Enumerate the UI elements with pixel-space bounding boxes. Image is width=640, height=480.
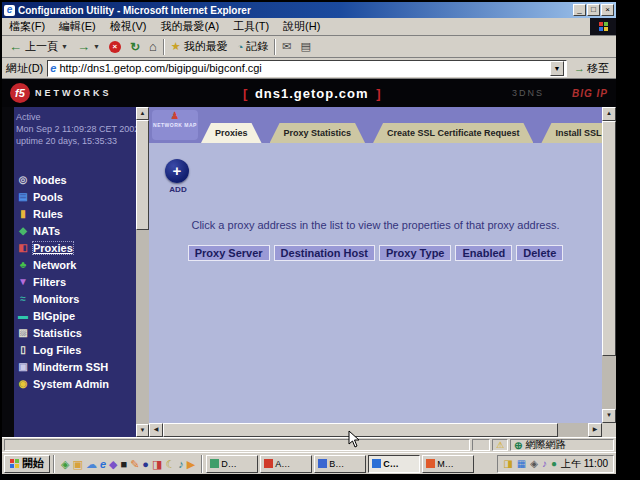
content-vscroll-thumb[interactable] [602, 121, 616, 356]
sidebar-scroll-thumb[interactable] [136, 120, 149, 230]
col-destination-host[interactable]: Destination Host [274, 245, 375, 261]
restore-button[interactable]: □ [587, 4, 600, 16]
menu-view[interactable]: 檢視(V) [103, 19, 154, 34]
scroll-left-icon[interactable]: ◀ [149, 423, 163, 437]
warning-icon: ⚠ [496, 440, 504, 450]
quick-launch-icon[interactable]: ♪ [178, 456, 184, 472]
quick-launch-icon[interactable]: ■ [120, 456, 127, 472]
stop-button[interactable]: × [106, 40, 124, 54]
print-button[interactable]: ▤ [298, 39, 314, 54]
sidebar-item-nats[interactable]: ◆ NATs [16, 222, 136, 239]
content-horizontal-scrollbar[interactable]: ◀ ▶ [149, 423, 602, 437]
mail-button[interactable]: ✉ [279, 39, 294, 54]
sidebar-item-log-files[interactable]: ▯ Log Files [16, 341, 136, 358]
quick-launch-icon[interactable]: ☁ [86, 456, 97, 472]
product-3dns-label: 3DNS [512, 88, 544, 98]
sidebar-item-nodes[interactable]: ◎ Nodes [16, 171, 136, 188]
task-window-button-active[interactable]: C… [368, 455, 420, 473]
menu-favorites[interactable]: 我的最愛(A) [153, 19, 226, 34]
sidebar-item-mindterm-ssh[interactable]: ▣ Mindterm SSH [16, 358, 136, 375]
quick-launch-icon[interactable]: ◈ [61, 456, 69, 472]
sidebar-item-network[interactable]: ♣ Network [16, 256, 136, 273]
sidebar-item-pools[interactable]: ▤ Pools [16, 188, 136, 205]
task-icon [318, 459, 327, 468]
sidebar-scrollbar[interactable]: ▲ ▼ [136, 107, 149, 437]
window-titlebar: e Configuration Utility - Microsoft Inte… [2, 2, 616, 18]
network-icon: ♣ [16, 259, 30, 270]
home-icon: ⌂ [149, 39, 157, 54]
sidebar-item-proxies[interactable]: ◧ Proxies [16, 239, 136, 256]
close-button[interactable]: × [601, 4, 614, 16]
quick-launch-icon[interactable]: ▶ [187, 456, 195, 472]
scroll-up-icon[interactable]: ▲ [602, 107, 616, 121]
menu-help[interactable]: 說明(H) [276, 19, 327, 34]
quick-launch-icon[interactable]: ◆ [109, 456, 117, 472]
sidebar-item-monitors[interactable]: ≈ Monitors [16, 290, 136, 307]
quick-launch-icon[interactable]: ● [142, 456, 149, 472]
forward-button[interactable]: → ▼ [74, 38, 103, 55]
col-delete[interactable]: Delete [516, 245, 563, 261]
scroll-up-icon[interactable]: ▲ [136, 107, 149, 120]
content-vertical-scrollbar[interactable]: ▲ ▼ [602, 107, 616, 423]
sidebar-item-system-admin[interactable]: ◉ System Admin [16, 375, 136, 392]
tab-proxy-statistics[interactable]: Proxy Statistics [270, 123, 366, 143]
sidebar-item-filters[interactable]: ▼ Filters [16, 273, 136, 290]
minimize-button[interactable]: _ [573, 4, 586, 16]
quick-launch-icon[interactable]: ▣ [72, 456, 82, 472]
task-window-button[interactable]: M… [422, 455, 474, 473]
col-enabled[interactable]: Enabled [455, 245, 512, 261]
task-window-button[interactable]: B… [314, 455, 366, 473]
scroll-down-icon[interactable]: ▼ [602, 409, 616, 423]
scroll-down-icon[interactable]: ▼ [136, 424, 149, 437]
task-window-button[interactable]: D… [206, 455, 258, 473]
sidebar-item-statistics[interactable]: ▨ Statistics [16, 324, 136, 341]
address-input-box: e ▼ [47, 60, 567, 77]
quick-launch-icon[interactable]: ◨ [152, 456, 162, 472]
network-map-icon: ♟ [152, 110, 198, 122]
history-label: 記錄 [246, 39, 268, 54]
tray-icon[interactable]: ♪ [542, 458, 547, 469]
history-button[interactable]: ◔ 記錄 [234, 38, 272, 55]
home-button[interactable]: ⌂ [146, 38, 160, 55]
sidebar-item-rules[interactable]: ▮ Rules [16, 205, 136, 222]
task-icon [426, 459, 435, 468]
back-dropdown-icon[interactable]: ▼ [61, 43, 68, 50]
forward-dropdown-icon[interactable]: ▼ [93, 43, 100, 50]
quick-launch-icon[interactable]: ✎ [130, 456, 139, 472]
back-label: 上一頁 [25, 39, 58, 54]
tray-icon[interactable]: ◈ [530, 458, 538, 469]
quick-launch-icon[interactable]: e [100, 456, 106, 472]
back-button[interactable]: ← 上一頁 ▼ [6, 38, 71, 55]
scroll-right-icon[interactable]: ▶ [588, 423, 602, 437]
address-input[interactable] [59, 62, 550, 74]
start-button[interactable]: 開始 [4, 455, 50, 473]
toolbar-separator [274, 39, 276, 55]
nats-icon: ◆ [16, 225, 30, 236]
task-window-button[interactable]: A… [260, 455, 312, 473]
tab-create-ssl-certificate-request[interactable]: Create SSL Certificate Request [373, 123, 533, 143]
address-dropdown-icon[interactable]: ▼ [550, 61, 564, 76]
content-hscroll-thumb[interactable] [163, 423, 558, 437]
go-button[interactable]: → 移至 [571, 61, 612, 76]
col-proxy-server[interactable]: Proxy Server [188, 245, 270, 261]
proxies-icon: ◧ [16, 242, 30, 253]
menu-tools[interactable]: 工具(T) [226, 19, 276, 34]
sidebar-item-bigpipe[interactable]: ▬ BIGpipe [16, 307, 136, 324]
network-map-button[interactable]: ♟ NETWORK MAP [152, 110, 198, 140]
refresh-button[interactable]: ↻ [127, 39, 143, 55]
tab-strip: Proxies Proxy Statistics Create SSL Cert… [201, 123, 616, 143]
add-icon[interactable]: + [165, 159, 189, 183]
scrollbar-corner [602, 423, 616, 437]
host-bracket-right: ] [376, 86, 380, 101]
menu-edit[interactable]: 編輯(E) [52, 19, 103, 34]
tab-proxies[interactable]: Proxies [201, 123, 262, 143]
stop-icon: × [109, 41, 121, 53]
quick-launch-icon[interactable]: ☾ [165, 456, 175, 472]
favorites-button[interactable]: ★ 我的最愛 [168, 38, 231, 55]
add-proxy-control[interactable]: + ADD [165, 159, 191, 194]
tray-icon[interactable]: ● [551, 458, 557, 469]
col-proxy-type[interactable]: Proxy Type [379, 245, 452, 261]
tray-icon[interactable]: ▦ [517, 458, 526, 469]
menu-file[interactable]: 檔案(F) [2, 19, 52, 34]
tray-icon[interactable]: ◨ [503, 458, 512, 469]
